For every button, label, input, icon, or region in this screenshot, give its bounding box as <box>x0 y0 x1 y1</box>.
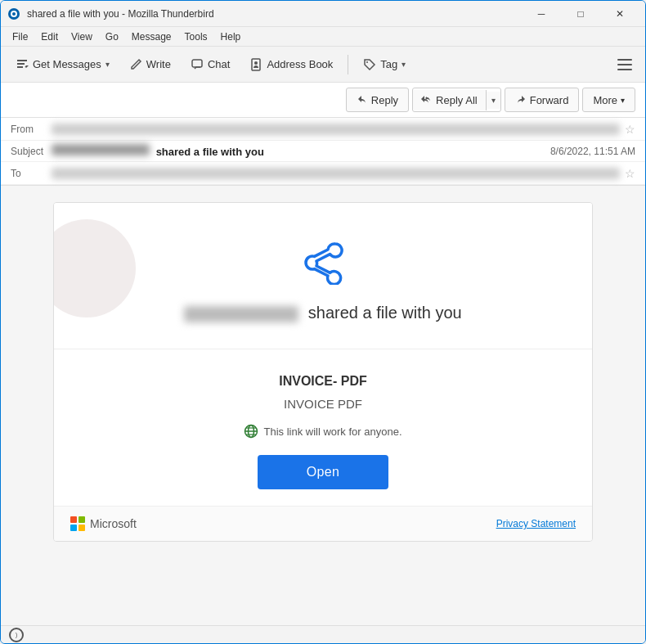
title-bar: shared a file with you - Mozilla Thunder… <box>1 1 645 27</box>
email-action-bar: Reply Reply All ▾ Forward More ▾ <box>1 83 645 118</box>
subject-row: Subject shared a file with you 8/6/2022,… <box>1 141 645 162</box>
svg-point-2 <box>12 12 16 16</box>
card-bottom: INVOICE- PDF INVOICE PDF This link will … <box>54 349 592 506</box>
menu-edit[interactable]: Edit <box>34 29 65 44</box>
more-label: More <box>593 94 617 106</box>
reply-all-button[interactable]: Reply All <box>413 90 487 110</box>
ms-sq-green <box>79 516 85 523</box>
subject-text: shared a file with you <box>156 146 264 158</box>
reply-label: Reply <box>371 94 398 106</box>
forward-button[interactable]: Forward <box>505 88 580 112</box>
subject-label: Subject <box>11 146 52 157</box>
window-title: shared a file with you - Mozilla Thunder… <box>27 8 523 20</box>
forward-label: Forward <box>530 94 569 106</box>
address-book-icon <box>249 58 262 71</box>
from-row: From ☆ <box>1 118 645 141</box>
ms-sq-yellow <box>79 525 85 531</box>
share-message: shared a file with you <box>308 304 462 322</box>
open-button[interactable]: Open <box>258 455 388 489</box>
email-content: riskc•m shared a file with you INVOICE- … <box>1 186 645 625</box>
write-label: Write <box>146 58 171 70</box>
link-notice-text: This link will work for anyone. <box>263 426 402 438</box>
app-icon <box>7 7 20 20</box>
menu-message[interactable]: Message <box>125 29 178 44</box>
svg-rect-3 <box>192 60 202 67</box>
invoice-subtitle: INVOICE PDF <box>87 397 559 411</box>
minimize-button[interactable]: ─ <box>523 1 560 27</box>
more-button[interactable]: More ▾ <box>582 88 635 112</box>
ms-sq-red <box>70 516 77 523</box>
menu-go[interactable]: Go <box>99 29 125 44</box>
menu-tools[interactable]: Tools <box>178 29 214 44</box>
link-notice: This link will work for anyone. <box>87 424 559 439</box>
subject-value: shared a file with you <box>52 144 550 158</box>
svg-rect-9 <box>617 69 632 70</box>
invoice-title: INVOICE- PDF <box>87 374 559 389</box>
subject-blurred-part <box>52 144 150 155</box>
signal-icon: ) <box>9 628 24 642</box>
get-messages-dropdown-icon[interactable]: ▾ <box>105 60 110 69</box>
globe-icon <box>244 424 258 439</box>
share-sender-blurred <box>184 306 298 322</box>
hamburger-button[interactable] <box>611 51 639 79</box>
share-text: shared a file with you <box>87 301 559 324</box>
get-messages-icon <box>16 58 29 71</box>
email-card: riskc•m shared a file with you INVOICE- … <box>53 202 593 542</box>
tag-label: Tag <box>380 58 397 70</box>
reply-all-label: Reply All <box>436 94 478 106</box>
tag-button[interactable]: Tag ▾ <box>355 51 414 79</box>
share-icon <box>298 236 348 285</box>
chat-button[interactable]: Chat <box>182 51 238 79</box>
menu-view[interactable]: View <box>65 29 99 44</box>
to-star-icon[interactable]: ☆ <box>625 167 635 180</box>
write-button[interactable]: Write <box>121 51 179 79</box>
get-messages-button[interactable]: Get Messages ▾ <box>7 51 118 79</box>
forward-icon <box>515 94 527 106</box>
to-label: To <box>11 168 52 179</box>
menu-file[interactable]: File <box>6 29 34 44</box>
card-top: shared a file with you <box>54 203 592 349</box>
close-button[interactable]: ✕ <box>601 1 639 27</box>
ms-logo: Microsoft <box>70 516 137 531</box>
ms-sq-blue <box>70 525 77 531</box>
ms-brand-label: Microsoft <box>90 517 137 530</box>
from-star-icon[interactable]: ☆ <box>625 123 635 136</box>
svg-point-6 <box>366 61 368 63</box>
maximize-button[interactable]: □ <box>562 1 599 27</box>
to-row: To ☆ <box>1 162 645 185</box>
address-book-label: Address Book <box>267 58 333 70</box>
tag-dropdown-icon[interactable]: ▾ <box>402 60 406 69</box>
from-value <box>52 124 620 135</box>
to-value <box>52 168 620 179</box>
reply-button[interactable]: Reply <box>346 88 409 112</box>
chat-label: Chat <box>208 58 230 70</box>
chat-icon <box>191 58 204 71</box>
svg-rect-8 <box>617 64 632 65</box>
reply-all-split-button: Reply All ▾ <box>412 88 501 112</box>
date-value: 8/6/2022, 11:51 AM <box>550 146 635 157</box>
more-dropdown-icon: ▾ <box>621 96 625 105</box>
reply-icon <box>357 94 368 106</box>
reply-all-dropdown[interactable]: ▾ <box>487 92 500 109</box>
menu-bar: File Edit View Go Message Tools Help <box>1 27 645 47</box>
window-controls: ─ □ ✕ <box>523 1 639 27</box>
from-label: From <box>11 124 52 135</box>
toolbar-separator <box>348 55 348 74</box>
svg-rect-7 <box>617 59 632 61</box>
toolbar: Get Messages ▾ Write Chat Address Book <box>1 47 645 83</box>
tag-icon <box>363 58 376 71</box>
reply-all-icon <box>421 94 433 106</box>
svg-point-5 <box>254 61 258 65</box>
status-bar: ) <box>1 625 645 643</box>
ms-squares-icon <box>70 516 85 531</box>
menu-help[interactable]: Help <box>214 29 248 44</box>
privacy-link[interactable]: Privacy Statement <box>496 518 576 529</box>
hamburger-icon <box>617 59 632 70</box>
get-messages-label: Get Messages <box>33 58 101 70</box>
card-footer: Microsoft Privacy Statement <box>54 506 592 541</box>
main-window: shared a file with you - Mozilla Thunder… <box>0 0 646 644</box>
email-header: From ☆ Subject shared a file with you 8/… <box>1 118 645 186</box>
address-book-button[interactable]: Address Book <box>241 51 341 79</box>
write-icon <box>129 58 142 71</box>
